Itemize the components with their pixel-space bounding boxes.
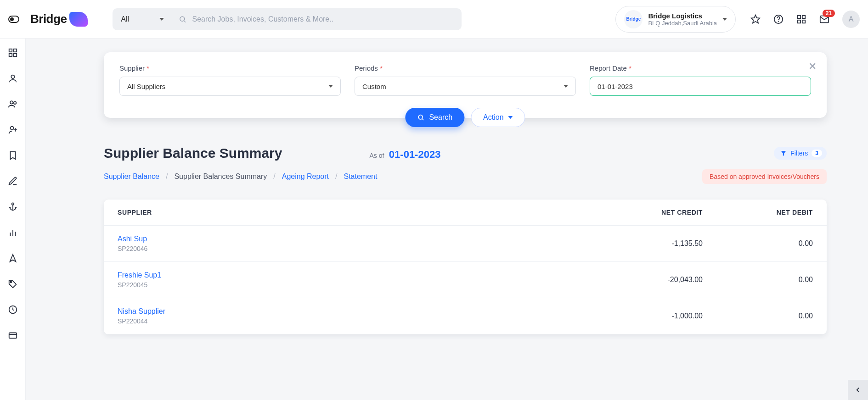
help-icon[interactable] <box>773 14 783 24</box>
svg-rect-8 <box>802 20 805 22</box>
users-icon[interactable] <box>8 99 18 109</box>
search-category-dropdown[interactable]: All <box>113 8 172 30</box>
search-button[interactable]: Search <box>405 108 464 127</box>
svg-line-33 <box>423 119 424 120</box>
svg-point-32 <box>418 115 423 119</box>
report-date-input[interactable] <box>590 77 811 96</box>
svg-marker-34 <box>781 151 786 156</box>
svg-rect-6 <box>802 15 805 18</box>
svg-rect-10 <box>9 49 11 52</box>
svg-marker-2 <box>751 15 760 22</box>
navigation-icon[interactable] <box>8 253 18 263</box>
close-icon[interactable]: ✕ <box>808 61 817 72</box>
svg-point-20 <box>11 203 14 205</box>
breadcrumb: Supplier Balance / Supplier Balances Sum… <box>104 172 377 181</box>
mail-icon[interactable]: 21 <box>819 14 829 24</box>
supplier-name-link[interactable]: Freshie Sup1 <box>118 271 592 279</box>
col-supplier: SUPPLIER <box>118 209 592 216</box>
page-title: Supplier Balance Summary <box>104 145 282 161</box>
search-input[interactable] <box>192 15 455 23</box>
svg-point-17 <box>10 127 13 130</box>
chevron-left-icon <box>854 386 862 394</box>
chevron-down-icon <box>159 18 164 21</box>
table-row: Nisha SupplierSP220044-1,000.000.00 <box>104 298 827 334</box>
bookmark-icon[interactable] <box>8 150 18 161</box>
crumb-ageing-report[interactable]: Ageing Report <box>282 172 329 181</box>
global-search: All <box>113 8 462 30</box>
org-name: Bridge Logistics <box>648 12 717 20</box>
app-header: Bridge All Bridge Bridge Logistics BLQ J… <box>0 0 868 39</box>
action-button-label: Action <box>483 113 503 122</box>
report-date-label: Report Date * <box>590 64 811 72</box>
add-user-icon[interactable] <box>8 125 18 135</box>
svg-point-14 <box>11 75 14 78</box>
star-icon[interactable] <box>750 14 761 24</box>
card-icon[interactable] <box>8 330 18 340</box>
crumb-supplier-balances-summary: Supplier Balances Summary <box>174 172 267 181</box>
svg-rect-11 <box>13 49 16 52</box>
filters-label: Filters <box>790 150 808 157</box>
org-location: BLQ Jeddah,Saudi Arabia <box>648 20 717 27</box>
svg-line-1 <box>184 21 186 22</box>
periods-select[interactable]: Custom <box>355 77 576 96</box>
collapse-panel-button[interactable] <box>848 380 868 400</box>
logo[interactable]: Bridge <box>30 12 88 27</box>
logo-text: Bridge <box>30 12 67 26</box>
supplier-label: Supplier * <box>119 64 341 72</box>
avatar[interactable]: A <box>842 11 860 28</box>
svg-rect-13 <box>13 54 16 56</box>
net-debit-value: 0.00 <box>703 276 813 284</box>
supplier-id: SP220044 <box>118 317 592 325</box>
supplier-select[interactable]: All Suppliers <box>119 77 341 96</box>
action-button[interactable]: Action <box>471 108 525 127</box>
edit-icon[interactable] <box>8 176 18 186</box>
sidebar <box>0 39 26 400</box>
net-credit-value: -1,135.50 <box>592 239 703 248</box>
svg-rect-5 <box>798 15 800 18</box>
supplier-name-link[interactable]: Ashi Sup <box>118 235 592 243</box>
org-switcher[interactable]: Bridge Bridge Logistics BLQ Jeddah,Saudi… <box>615 6 736 33</box>
svg-point-16 <box>13 102 16 105</box>
supplier-id: SP220046 <box>118 245 592 252</box>
table-row: Ashi SupSP220046-1,135.500.00 <box>104 226 827 262</box>
svg-point-15 <box>10 101 13 104</box>
svg-rect-12 <box>9 54 11 56</box>
search-icon <box>179 15 186 23</box>
org-logo-icon: Bridge <box>624 10 643 28</box>
net-debit-value: 0.00 <box>703 239 813 248</box>
svg-rect-7 <box>798 20 800 22</box>
supplier-name-link[interactable]: Nisha Supplier <box>118 307 592 316</box>
asof: As of 01-01-2023 <box>369 149 440 161</box>
header-actions: 21 A <box>750 11 860 28</box>
user-icon[interactable] <box>8 73 18 83</box>
crumb-statement[interactable]: Statement <box>344 172 378 181</box>
tag-icon[interactable] <box>8 279 18 289</box>
supplier-id: SP220045 <box>118 281 592 289</box>
search-button-label: Search <box>429 113 452 122</box>
supplier-balance-table: SUPPLIER NET CREDIT NET DEBIT Ashi SupSP… <box>104 200 827 334</box>
search-category-value: All <box>121 15 129 23</box>
net-credit-value: -1,000.00 <box>592 312 703 320</box>
apps-grid-icon[interactable] <box>796 14 806 24</box>
filters-pill[interactable]: Filters 3 <box>774 147 827 160</box>
periods-value: Custom <box>362 83 386 90</box>
net-credit-value: -20,043.00 <box>592 276 703 284</box>
reports-icon[interactable] <box>8 228 18 238</box>
notification-badge: 21 <box>823 10 835 17</box>
main-content: ✕ Supplier * All Suppliers Periods * Cus… <box>26 39 868 400</box>
periods-label: Periods * <box>355 64 576 72</box>
crumb-supplier-balance[interactable]: Supplier Balance <box>104 172 159 181</box>
logo-mark-icon <box>69 12 88 27</box>
dashboard-icon[interactable] <box>8 48 18 58</box>
history-icon[interactable] <box>8 305 18 315</box>
chevron-down-icon <box>328 85 333 88</box>
filter-icon <box>780 150 787 156</box>
asof-label: As of <box>369 152 384 159</box>
org-info: Bridge Logistics BLQ Jeddah,Saudi Arabia <box>648 12 717 27</box>
col-net-debit: NET DEBIT <box>703 209 813 216</box>
anchor-icon[interactable] <box>8 202 18 212</box>
theme-toggle-icon[interactable] <box>8 16 19 23</box>
chevron-down-icon <box>722 18 727 21</box>
table-header: SUPPLIER NET CREDIT NET DEBIT <box>104 200 827 226</box>
table-row: Freshie Sup1SP220045-20,043.000.00 <box>104 262 827 298</box>
